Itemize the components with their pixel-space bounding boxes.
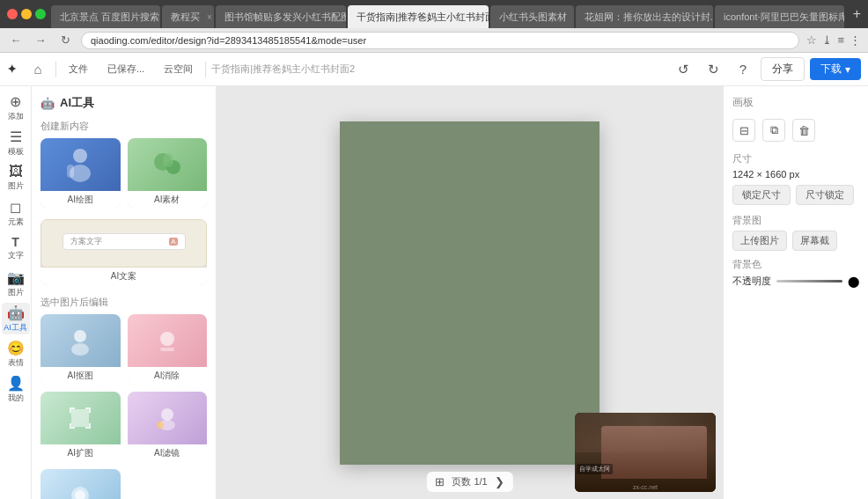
screenshot-button[interactable]: 屏幕截 xyxy=(792,231,837,251)
size-label: 尺寸 xyxy=(732,152,859,165)
opacity-slider[interactable] xyxy=(776,280,842,283)
image-icon: 🖼 xyxy=(9,164,23,180)
ai-expand-card[interactable]: AI扩图 xyxy=(40,392,121,462)
file-menu[interactable]: 文件 xyxy=(62,60,95,78)
ai-cutout-card[interactable]: AI抠图 xyxy=(40,314,121,385)
svg-point-6 xyxy=(74,330,86,342)
new-tab-button[interactable]: + xyxy=(853,6,861,22)
app-logo: ✦ xyxy=(7,62,17,76)
video-watermark: 自学成太阿 xyxy=(577,464,613,474)
tab-7[interactable]: iconfont·阿里巴巴矢量图标库 × xyxy=(715,5,844,28)
sidebar-item-image[interactable]: 🖼 图片 xyxy=(2,162,30,194)
maximize-btn[interactable] xyxy=(35,9,46,19)
ai-sharpen-preview xyxy=(63,478,98,499)
minimize-btn[interactable] xyxy=(21,9,32,19)
address-bar-icons: ☆ ⤓ ≡ ⋮ xyxy=(806,33,861,47)
sidebar-item-ai[interactable]: 🤖 AI工具 xyxy=(2,303,30,334)
forward-button[interactable]: → xyxy=(32,33,49,47)
address-bar: ← → ↻ ☆ ⤓ ≡ ⋮ xyxy=(0,28,868,53)
back-button[interactable]: ← xyxy=(7,33,25,47)
ai-panel-title: 🤖 AI工具 xyxy=(40,95,207,111)
menu-icon[interactable]: ≡ xyxy=(837,33,844,47)
close-btn[interactable] xyxy=(7,9,18,19)
delete-icon[interactable]: 🗑 xyxy=(792,119,815,142)
ai-filter-label: AI滤镜 xyxy=(128,444,208,462)
ai-material-label: AI素材 xyxy=(128,191,208,209)
profile-icon: 👤 xyxy=(7,375,25,392)
sidebar-item-profile[interactable]: 👤 我的 xyxy=(2,373,30,405)
custom-size-button[interactable]: 尺寸锁定 xyxy=(796,185,854,205)
ai-sharpen-card[interactable]: AI变清晰 xyxy=(40,469,121,499)
app-toolbar: ✦ ⌂ 文件 已保存... 云空间 干货指南|推荐爸妈主小红书封面2 ↺ ↻ ?… xyxy=(0,53,868,86)
ai-text-section: 方案文字 A AI文案 xyxy=(40,219,207,285)
ai-remove-label: AI消除 xyxy=(128,367,208,385)
ai-text-card[interactable]: 方案文字 A AI文案 xyxy=(40,219,207,285)
svg-rect-10 xyxy=(71,409,89,427)
svg-rect-9 xyxy=(160,348,174,351)
tab-close-icon[interactable]: × xyxy=(207,12,212,22)
settings-icon[interactable]: ⋮ xyxy=(850,33,861,47)
tab-4-active[interactable]: 干货指南|推荐爸妈主小红书封面... × xyxy=(348,5,489,28)
tab-6[interactable]: 花姐网：推你放出去的设计封... × xyxy=(576,5,713,28)
canvas-area[interactable]: ⊞ 页数 1/1 ❯ 自学成太阿 zx-cc.net xyxy=(217,86,723,499)
svg-point-13 xyxy=(157,422,164,429)
ai-material-card[interactable]: AI素材 xyxy=(128,138,208,209)
canvas-fit-icon[interactable]: ⊞ xyxy=(435,475,445,488)
sidebar-item-add[interactable]: ⊕ 添加 xyxy=(2,92,30,123)
sidebar-icons: ⊕ 添加 ☰ 模板 🖼 图片 ◻ 元素 T 文字 📷 图片 🤖 AI工具 😊 xyxy=(0,86,32,499)
resize-button[interactable]: 锁定尺寸 xyxy=(732,185,791,205)
browser-tabs: 北京景点 百度图片搜索 × 教程买 × 图书馆帧贴多发兴小红书配图 × 干货指南… xyxy=(51,0,844,28)
sidebar-item-emoji[interactable]: 😊 表情 xyxy=(2,338,30,370)
upload-image-button[interactable]: 上传图片 xyxy=(732,231,787,251)
help-button[interactable]: ? xyxy=(731,57,755,82)
ai-cutout-preview xyxy=(63,323,98,358)
star-icon[interactable]: ☆ xyxy=(806,33,817,47)
ai-panel: 🤖 AI工具 创建新内容 AI绘图 xyxy=(32,86,217,499)
ai-drawing-preview xyxy=(58,143,102,187)
sidebar-item-element[interactable]: ◻ 元素 xyxy=(2,197,30,229)
refresh-button[interactable]: ↻ xyxy=(56,33,74,47)
home-button[interactable]: ⌂ xyxy=(26,57,50,82)
cloud-menu[interactable]: 云空间 xyxy=(157,60,200,78)
tab-3[interactable]: 图书馆帧贴多发兴小红书配图 × xyxy=(216,5,347,28)
undo-button[interactable]: ↺ xyxy=(671,57,695,82)
breadcrumb: 干货指南|推荐爸妈主小红书封面2 xyxy=(211,62,666,76)
sidebar-item-photo[interactable]: 📷 图片 xyxy=(2,268,30,299)
create-section-label: 创建新内容 xyxy=(40,120,207,133)
canvas-next-icon[interactable]: ❯ xyxy=(495,475,504,488)
share-button[interactable]: 分享 xyxy=(761,57,805,81)
text-icon: T xyxy=(11,235,19,249)
ai-drawing-card[interactable]: AI绘图 xyxy=(40,138,121,209)
address-input[interactable] xyxy=(81,32,799,49)
tab-2[interactable]: 教程买 × xyxy=(162,5,213,28)
ai-filter-card[interactable]: AI滤镜 xyxy=(128,392,208,462)
copy-icon[interactable]: ⧉ xyxy=(762,119,785,142)
sidebar-item-text[interactable]: T 文字 xyxy=(2,232,30,264)
canvas-bottom-toolbar: ⊞ 页数 1/1 ❯ xyxy=(426,472,512,492)
size-value: 1242 × 1660 px xyxy=(732,169,859,180)
toolbar-separator xyxy=(55,62,56,77)
sidebar-item-template[interactable]: ☰ 模板 xyxy=(2,127,30,158)
page-info: 页数 1/1 xyxy=(452,475,487,488)
window-controls xyxy=(7,9,46,19)
ai-cutout-label: AI抠图 xyxy=(40,367,121,385)
redo-button[interactable]: ↻ xyxy=(701,57,725,82)
align-icon[interactable]: ⊟ xyxy=(732,119,755,142)
save-menu[interactable]: 已保存... xyxy=(100,60,151,78)
bg-color-label: 背景色 xyxy=(732,258,859,271)
video-content: 自学成太阿 zx-cc.net xyxy=(575,413,716,492)
panel-collapse-button[interactable]: ❯ xyxy=(723,277,724,309)
breadcrumb-item: 干货指南|推荐爸妈主小红书封面2 xyxy=(211,62,355,76)
emoji-icon: 😊 xyxy=(7,340,25,356)
svg-point-0 xyxy=(73,149,87,163)
dropdown-arrow-icon[interactable]: ▾ xyxy=(845,63,850,76)
main-layout: ⊕ 添加 ☰ 模板 🖼 图片 ◻ 元素 T 文字 📷 图片 🤖 AI工具 😊 xyxy=(0,86,868,499)
ai-remove-card[interactable]: AI消除 xyxy=(128,314,208,385)
video-url: zx-cc.net xyxy=(575,484,716,490)
download-button[interactable]: 下载 ▾ xyxy=(810,58,861,80)
download-icon[interactable]: ⤓ xyxy=(822,33,832,47)
tab-5[interactable]: 小红书头图素材 × xyxy=(490,5,574,28)
video-overlay: 自学成太阿 zx-cc.net xyxy=(575,413,716,492)
toolbar-separator-2 xyxy=(205,62,206,77)
tab-1[interactable]: 北京景点 百度图片搜索 × xyxy=(51,5,160,28)
